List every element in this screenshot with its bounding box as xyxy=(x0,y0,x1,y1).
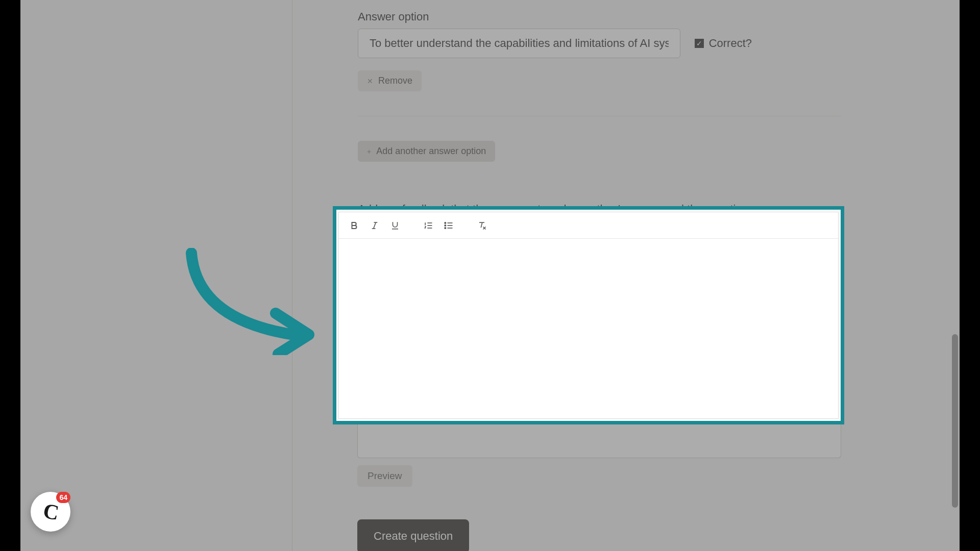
italic-button[interactable] xyxy=(364,215,385,236)
bold-icon xyxy=(350,221,359,230)
unordered-list-icon xyxy=(444,220,454,231)
svg-point-10 xyxy=(445,222,446,223)
remove-button-label: Remove xyxy=(378,76,412,86)
callout-arrow-icon xyxy=(176,248,329,355)
clear-formatting-button[interactable] xyxy=(472,215,492,236)
plus-icon: + xyxy=(367,147,371,156)
editor-lower-panel xyxy=(357,424,841,458)
close-icon: ✕ xyxy=(367,77,373,85)
answer-row: ✓ Correct? xyxy=(358,29,752,58)
svg-line-2 xyxy=(374,222,376,229)
answer-option-input[interactable] xyxy=(358,29,680,58)
feedback-editor-body[interactable] xyxy=(339,239,838,418)
scrollbar-thumb[interactable] xyxy=(952,334,958,508)
clear-formatting-icon xyxy=(477,220,487,231)
underline-button[interactable] xyxy=(385,215,405,236)
add-answer-option-label: Add another answer option xyxy=(376,146,486,157)
ordered-list-button[interactable] xyxy=(418,215,438,236)
checkbox-icon[interactable]: ✓ xyxy=(695,39,704,48)
remove-button[interactable]: ✕ Remove xyxy=(358,70,422,91)
unordered-list-button[interactable] xyxy=(438,215,459,236)
answer-option-label: Answer option xyxy=(358,10,752,23)
scrollbar-track[interactable] xyxy=(951,0,958,551)
create-question-button[interactable]: Create question xyxy=(357,519,469,551)
editor-toolbar xyxy=(339,212,838,239)
create-question-label: Create question xyxy=(374,530,453,542)
form-content: Answer option ✓ Correct? ✕ Remove + Add … xyxy=(292,0,752,216)
section-divider xyxy=(358,116,842,116)
preview-button[interactable]: Preview xyxy=(357,465,412,487)
add-answer-option-button[interactable]: + Add another answer option xyxy=(358,141,495,162)
chat-badge: 64 xyxy=(56,492,70,503)
chat-logo-icon: C xyxy=(41,498,60,525)
bold-button[interactable] xyxy=(344,215,364,236)
italic-icon xyxy=(370,221,379,230)
underline-icon xyxy=(390,221,400,230)
chat-widget-button[interactable]: C 64 xyxy=(31,492,70,532)
feedback-editor xyxy=(338,212,839,419)
ordered-list-icon xyxy=(423,220,433,231)
correct-toggle-wrap[interactable]: ✓ Correct? xyxy=(695,37,752,50)
svg-point-12 xyxy=(445,227,446,229)
svg-point-11 xyxy=(445,224,446,226)
preview-button-label: Preview xyxy=(368,470,402,482)
feedback-editor-highlight xyxy=(333,207,844,424)
correct-label: Correct? xyxy=(709,37,752,50)
